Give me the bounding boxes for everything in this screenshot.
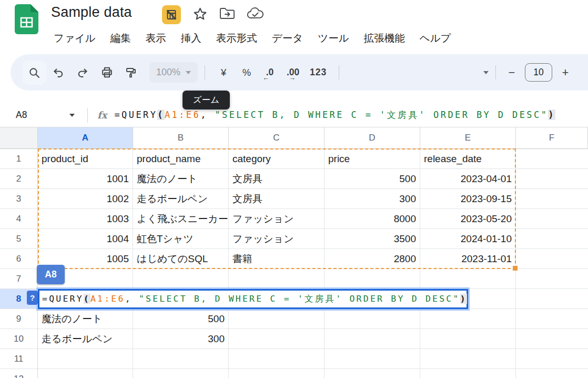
name-box[interactable]: A8 (0, 110, 79, 121)
cell[interactable]: 3500 (325, 229, 420, 249)
percent-format-icon[interactable]: % (235, 67, 258, 78)
cell[interactable]: 2023-05-20 (420, 209, 516, 229)
cell[interactable] (516, 249, 588, 269)
cell[interactable] (325, 309, 420, 329)
font-menu-chevron-icon[interactable] (483, 71, 489, 74)
paint-format-icon[interactable] (119, 61, 143, 85)
cell[interactable]: はじめてのSQL (133, 249, 229, 269)
cell[interactable] (516, 169, 588, 189)
column-header-d[interactable]: D (325, 127, 420, 149)
formula-help-badge[interactable]: ? (27, 291, 38, 305)
search-icon[interactable] (22, 61, 46, 85)
cell[interactable] (229, 269, 325, 289)
cell[interactable] (229, 349, 325, 369)
cell[interactable] (516, 269, 588, 289)
cell[interactable]: 1003 (38, 209, 133, 229)
cell[interactable] (420, 269, 516, 289)
row-header[interactable]: 12 (0, 369, 38, 378)
cell[interactable] (325, 329, 420, 349)
cell[interactable]: 虹色Tシャツ (133, 229, 229, 249)
cell[interactable]: category (229, 149, 325, 169)
cell[interactable] (133, 349, 229, 369)
row-header[interactable]: 11 (0, 349, 38, 369)
column-header-c[interactable]: C (229, 127, 325, 149)
decrease-font-size-button[interactable]: − (503, 66, 521, 79)
cell[interactable] (516, 369, 588, 378)
row-header[interactable]: 3 (0, 189, 38, 209)
menu-edit[interactable]: 編集 (103, 29, 138, 47)
cell[interactable] (516, 309, 588, 329)
row-header[interactable]: 6 (0, 249, 38, 269)
row-header[interactable]: 1 (0, 149, 38, 169)
cell[interactable]: 魔法のノート (133, 169, 229, 189)
cell[interactable] (516, 329, 588, 349)
cell[interactable]: product_name (133, 149, 229, 169)
cell[interactable] (38, 349, 133, 369)
column-header-b[interactable]: B (133, 127, 229, 149)
sheets-logo-icon[interactable] (15, 4, 38, 36)
menu-file[interactable]: ファイル (46, 29, 103, 47)
cell[interactable]: よく飛ぶスニーカー (133, 209, 229, 229)
menu-tools[interactable]: ツール (310, 29, 356, 47)
cell[interactable]: 走るボールペン (133, 189, 229, 209)
cell[interactable] (229, 309, 325, 329)
cell[interactable] (420, 309, 516, 329)
menu-insert[interactable]: 挿入 (174, 29, 209, 47)
row-header[interactable]: 2 (0, 169, 38, 189)
menu-data[interactable]: データ (265, 29, 310, 47)
increase-font-size-button[interactable]: + (556, 66, 574, 79)
cell[interactable]: 1004 (38, 229, 133, 249)
active-cell-editor[interactable]: =QUERY(A1:E6, "SELECT B, D WHERE C = '文房… (38, 289, 468, 309)
increase-decimal-icon[interactable]: .00→ (281, 67, 305, 78)
cell[interactable]: 2023-09-15 (420, 189, 516, 209)
select-all-corner[interactable] (0, 127, 38, 149)
number-format-menu[interactable]: 123 (305, 67, 332, 78)
cell[interactable] (516, 209, 588, 229)
cell[interactable]: 500 (325, 169, 420, 189)
menu-view[interactable]: 表示 (138, 29, 174, 47)
column-header-a[interactable]: A (38, 127, 133, 149)
cell[interactable] (325, 349, 420, 369)
cell[interactable]: 走るボールペン (38, 329, 133, 349)
row-header[interactable]: 4 (0, 209, 38, 229)
decrease-decimal-icon[interactable]: .0← (258, 67, 281, 78)
cell[interactable] (516, 189, 588, 209)
cell[interactable] (133, 269, 229, 289)
cell[interactable]: 2024-01-10 (420, 229, 516, 249)
cell[interactable]: ファッション (229, 229, 325, 249)
formula-input[interactable]: =QUERY(A1:E6, "SELECT B, D WHERE C = '文房… (114, 109, 555, 121)
calc-off-warning-icon[interactable] (162, 5, 181, 24)
row-header[interactable]: 5 (0, 229, 38, 249)
cell[interactable]: 魔法のノート (38, 309, 133, 329)
cell[interactable] (229, 329, 325, 349)
cell[interactable] (516, 349, 588, 369)
font-size-input[interactable]: 10 (525, 63, 552, 82)
cell[interactable] (420, 329, 516, 349)
document-title[interactable]: Sample data (51, 4, 132, 21)
currency-format-icon[interactable]: ¥ (212, 67, 235, 78)
cell[interactable] (516, 149, 588, 169)
cell[interactable]: price (325, 149, 420, 169)
move-folder-icon[interactable] (219, 7, 235, 22)
cell[interactable]: product_id (38, 149, 133, 169)
cell[interactable]: 8000 (325, 209, 420, 229)
cell[interactable] (229, 369, 325, 378)
cell[interactable] (420, 349, 516, 369)
cell[interactable]: 文房具 (229, 189, 325, 209)
row-header[interactable]: 10 (0, 329, 38, 349)
cell[interactable]: 2023-11-01 (420, 249, 516, 269)
cell[interactable]: 2800 (325, 249, 420, 269)
cell[interactable]: 500 (133, 309, 229, 329)
cell[interactable]: 文房具 (229, 169, 325, 189)
column-header-e[interactable]: E (420, 127, 516, 149)
menu-format[interactable]: 表示形式 (209, 29, 265, 47)
row-header[interactable]: 7 (0, 269, 38, 289)
cell[interactable]: release_date (420, 149, 516, 169)
cell[interactable] (516, 229, 588, 249)
cell[interactable] (420, 369, 516, 378)
cell[interactable] (38, 369, 133, 378)
cloud-check-icon[interactable] (247, 7, 264, 22)
cell[interactable]: ファッション (229, 209, 325, 229)
undo-icon[interactable] (46, 61, 70, 85)
print-icon[interactable] (95, 61, 119, 85)
